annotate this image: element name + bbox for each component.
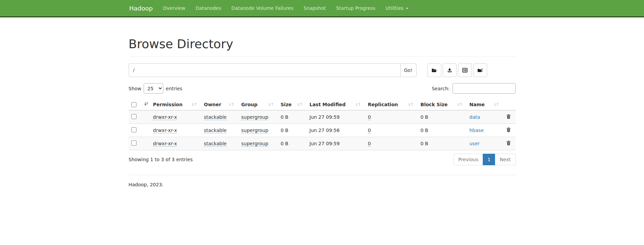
select-all-checkbox[interactable] xyxy=(131,102,136,107)
nav-item-datanode-volume-failures[interactable]: Datanode Volume Failures xyxy=(226,0,299,17)
column-header-permission[interactable]: Permission↓↑ xyxy=(150,99,201,110)
permission-value[interactable]: drwxr-xr-x xyxy=(153,114,177,120)
replication-value[interactable]: 0 xyxy=(368,114,371,120)
folder-move-icon xyxy=(477,68,483,73)
nav-item-startup-progress[interactable]: Startup Progress xyxy=(331,0,381,17)
directory-name-link[interactable]: user xyxy=(470,141,480,146)
search-control: Search: xyxy=(432,83,516,94)
page-length-control: Show 25 entries xyxy=(129,83,182,94)
sort-both-icon: ↓↑ xyxy=(296,102,305,107)
sort-both-icon: ↓↑ xyxy=(407,102,416,107)
group-value[interactable]: supergroup xyxy=(241,128,269,133)
pagination-page-1[interactable]: 1 xyxy=(483,154,495,165)
owner-value[interactable]: stackable xyxy=(204,141,227,147)
go-button[interactable]: Go! xyxy=(400,63,417,77)
owner-value[interactable]: stackable xyxy=(204,128,227,133)
pagination-next[interactable]: Next xyxy=(495,154,516,165)
nav-item-utilities[interactable]: Utilities xyxy=(381,0,413,17)
column-header-actions xyxy=(503,99,516,110)
table-info: Showing 1 to 3 of 3 entries xyxy=(129,157,193,162)
delete-button[interactable] xyxy=(506,114,511,120)
column-header-block-size[interactable]: Block Size↓↑ xyxy=(418,99,467,110)
create-directory-button[interactable] xyxy=(427,63,441,77)
column-header-group[interactable]: Group↓↑ xyxy=(239,99,278,110)
last-modified-value: Jun 27 09:59 xyxy=(310,114,340,120)
owner-value[interactable]: stackable xyxy=(204,114,227,120)
column-header-owner[interactable]: Owner↓↑ xyxy=(201,99,239,110)
row-checkbox[interactable] xyxy=(131,114,136,119)
block-size-value: 0 B xyxy=(421,128,428,133)
delete-button[interactable] xyxy=(506,140,511,147)
path-bar: Go! xyxy=(129,63,516,77)
nav-item-datanodes[interactable]: Datanodes xyxy=(190,0,226,17)
replication-value[interactable]: 0 xyxy=(368,141,371,147)
last-modified-value: Jun 27 09:59 xyxy=(310,141,340,146)
nav-item-utilities-label: Utilities xyxy=(386,0,404,17)
column-header-last-modified[interactable]: Last Modified↓↑ xyxy=(307,99,365,110)
move-file-button[interactable] xyxy=(473,63,487,77)
footer-text: Hadoop, 2023. xyxy=(129,182,516,187)
group-value[interactable]: supergroup xyxy=(241,141,269,147)
directory-path-input[interactable] xyxy=(129,63,400,77)
block-size-value: 0 B xyxy=(421,114,428,120)
navbar-brand[interactable]: Hadoop xyxy=(129,0,158,17)
pagination-previous[interactable]: Previous xyxy=(454,154,483,165)
table-row: drwxr-xr-x stackable supergroup 0 B Jun … xyxy=(129,137,516,150)
size-value: 0 B xyxy=(281,141,289,146)
nav-item-snapshot[interactable]: Snapshot xyxy=(298,0,331,17)
size-value: 0 B xyxy=(281,128,289,133)
trash-icon xyxy=(506,128,511,133)
upload-file-button[interactable] xyxy=(443,63,457,77)
page-header: Browse Directory xyxy=(129,37,516,57)
permission-value[interactable]: drwxr-xr-x xyxy=(153,141,177,147)
sort-both-icon: ↓↑ xyxy=(228,102,236,107)
sort-both-icon: ↓↑ xyxy=(493,102,501,107)
sort-both-icon: ↓↑ xyxy=(191,102,199,107)
page-length-select[interactable]: 25 xyxy=(144,83,163,94)
th-list-icon xyxy=(462,68,468,73)
directory-input-group: Go! xyxy=(129,63,417,77)
table-row: drwxr-xr-x stackable supergroup 0 B Jun … xyxy=(129,124,516,137)
file-action-buttons xyxy=(427,63,487,77)
permission-value[interactable]: drwxr-xr-x xyxy=(153,128,177,133)
sort-both-icon: ↓↑ xyxy=(268,102,276,107)
navbar: Hadoop Overview Datanodes Datanode Volum… xyxy=(0,0,644,17)
pagination: Previous 1 Next xyxy=(454,154,516,165)
group-value[interactable]: supergroup xyxy=(241,114,269,120)
sort-ascending-icon xyxy=(144,102,148,107)
block-size-value: 0 B xyxy=(421,141,428,146)
footer-divider xyxy=(129,175,516,175)
directory-table: Permission↓↑ Owner↓↑ Group↓↑ Size↓↑ Last… xyxy=(129,99,516,150)
search-input[interactable] xyxy=(453,83,516,94)
size-value: 0 B xyxy=(281,114,289,120)
table-controls: Show 25 entries Search: xyxy=(129,83,516,94)
delete-button[interactable] xyxy=(506,127,511,133)
row-checkbox[interactable] xyxy=(131,140,136,146)
column-header-replication[interactable]: Replication↓↑ xyxy=(365,99,418,110)
replication-value[interactable]: 0 xyxy=(368,128,371,133)
search-label: Search: xyxy=(432,86,450,91)
row-checkbox[interactable] xyxy=(131,127,136,132)
page-title: Browse Directory xyxy=(129,37,516,51)
column-header-size[interactable]: Size↓↑ xyxy=(278,99,307,110)
directory-name-link[interactable]: hbase xyxy=(470,128,484,133)
sort-both-icon: ↓↑ xyxy=(355,102,363,107)
table-footer-controls: Showing 1 to 3 of 3 entries Previous 1 N… xyxy=(129,154,516,165)
folder-open-icon xyxy=(431,68,437,73)
nav-item-overview[interactable]: Overview xyxy=(158,0,190,17)
table-row: drwxr-xr-x stackable supergroup 0 B Jun … xyxy=(129,110,516,124)
directory-name-link[interactable]: data xyxy=(470,114,480,120)
trash-icon xyxy=(506,142,511,147)
show-label: Show xyxy=(129,86,142,91)
table-header-row: Permission↓↑ Owner↓↑ Group↓↑ Size↓↑ Last… xyxy=(129,99,516,110)
trash-icon xyxy=(506,115,511,120)
upload-icon xyxy=(447,68,453,73)
last-modified-value: Jun 27 09:56 xyxy=(310,128,340,133)
column-header-select-all[interactable] xyxy=(129,99,150,110)
cut-paste-button[interactable] xyxy=(458,63,472,77)
sort-both-icon: ↓↑ xyxy=(456,102,464,107)
entries-label: entries xyxy=(166,86,182,91)
chevron-down-icon xyxy=(406,8,408,9)
column-header-name[interactable]: Name↓↑ xyxy=(467,99,503,110)
